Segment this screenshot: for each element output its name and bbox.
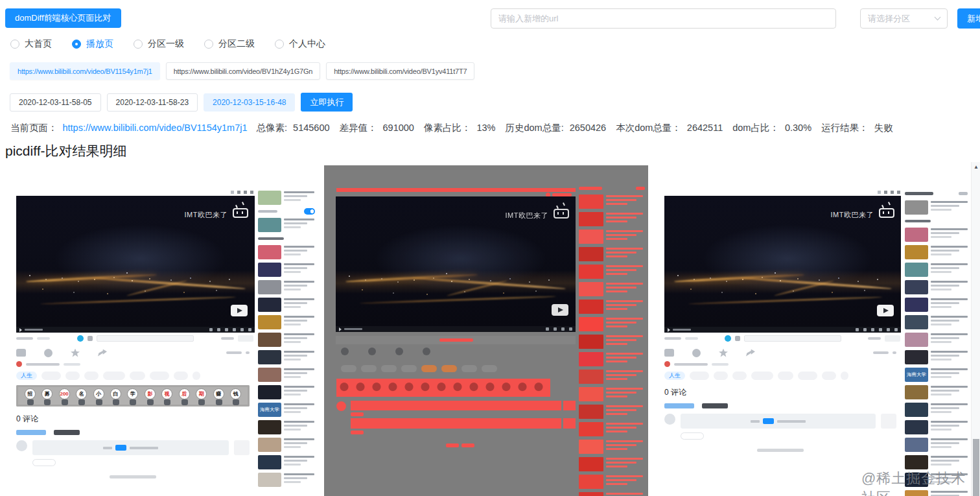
time-text-bar	[25, 329, 43, 331]
video-title-lines	[284, 438, 316, 452]
page-type-radio[interactable]: 分区二级	[204, 38, 255, 50]
comment-submit-button	[881, 414, 896, 429]
run-timestamp-tab[interactable]: 2020-12-03-15-16-48	[204, 93, 295, 112]
comments-count: 0 评论	[16, 414, 256, 425]
section-title: picdiff-比对结果明细	[5, 142, 126, 160]
diff-region-chip2	[351, 431, 364, 434]
video-title-lines	[931, 228, 970, 242]
diff-list-item	[579, 317, 645, 331]
stat-label: 运行结果：	[821, 123, 869, 133]
radio-label: 分区一级	[148, 38, 184, 50]
run-timestamp-tab[interactable]: 2020-12-03-11-58-05	[10, 93, 101, 112]
url-tab-label: https://www.bilibili.com/video/BV1hZ4y1G…	[174, 67, 313, 75]
stat-item: 总像素:5145600	[257, 122, 330, 134]
fullscreen-icon	[248, 328, 251, 331]
video-title-lines	[284, 263, 316, 277]
video-title-lines	[284, 218, 316, 232]
banner-badge: 200	[59, 388, 70, 399]
banner-badge: 视	[161, 388, 172, 399]
video-thumbnail	[905, 228, 928, 242]
diff-title-lines	[606, 300, 645, 314]
banner-badge: 募	[41, 388, 52, 399]
url-tab[interactable]: https://www.bilibili.com/video/BV1154y1m…	[10, 62, 160, 80]
video-title-lines	[931, 333, 970, 347]
related-video-item	[905, 218, 970, 224]
radio-label: 播放页	[86, 38, 113, 50]
diff-thumbnail	[579, 370, 603, 384]
page-type-radio[interactable]: 播放页	[72, 38, 113, 50]
bilibili-tv-play-icon	[231, 305, 248, 316]
app: domDiff前端核心页面比对 请选择分区 新增 大首页 播放页 分区一级	[0, 0, 980, 496]
current-screenshot: IMT欧巴来了	[658, 188, 970, 496]
video-title-lines	[284, 350, 316, 364]
stat-value: 2650426	[570, 123, 606, 133]
video-thumbnail	[905, 333, 928, 347]
diff-thumbnail	[579, 457, 603, 471]
stat-value: 5145600	[293, 123, 329, 133]
execute-button[interactable]: 立即执行	[301, 93, 353, 112]
diff-title-lines	[606, 422, 645, 436]
danmaku-input	[744, 335, 841, 342]
url-tab[interactable]: https://www.bilibili.com/video/BV1hZ4y1G…	[166, 62, 321, 80]
video-thumbnail	[258, 350, 281, 364]
video-thumbnail	[905, 263, 928, 277]
video-frame: IMT欧巴来了	[664, 196, 901, 327]
page-type-radio[interactable]: 分区一级	[134, 38, 184, 50]
danmaku-avatar-icon	[77, 335, 84, 342]
danmaku-row	[10, 333, 256, 344]
video-thumbnail	[258, 420, 281, 434]
diff-list-item	[579, 370, 645, 384]
video-title-lines	[284, 245, 316, 259]
run-timestamp-tab[interactable]: 2020-12-03-11-58-23	[107, 93, 198, 112]
video-thumbnail	[905, 438, 928, 452]
video-title-lines	[931, 263, 970, 277]
current-page-url-link[interactable]: https://www.bilibili.com/video/BV1154y1m…	[63, 123, 248, 133]
scrollbar-thumb[interactable]	[973, 439, 979, 496]
diff-region-comment-input2	[351, 418, 561, 429]
related-video-item	[905, 490, 970, 496]
baseline-screenshot: IMT欧巴来了	[10, 188, 316, 496]
comment-input	[681, 414, 876, 429]
related-video-item	[258, 263, 316, 277]
like-icon	[664, 349, 674, 357]
diff-title-lines	[606, 370, 645, 384]
highway-streak	[40, 296, 236, 305]
zone-select-placeholder: 请选择分区	[868, 13, 910, 25]
stat-item: 历史dom总量:2650426	[505, 122, 606, 134]
video-title-lines	[284, 473, 316, 487]
add-button[interactable]: 新增	[957, 8, 980, 29]
stat-label: 本次dom总量：	[616, 123, 681, 133]
radio-dot-icon	[134, 40, 143, 49]
avatar	[16, 440, 27, 451]
banner-badge: 影	[145, 388, 156, 399]
video-frame: IMT欧巴来了	[336, 196, 576, 326]
page-type-radio[interactable]: 大首页	[10, 38, 52, 50]
page-title-button[interactable]: domDiff前端核心页面比对	[5, 8, 121, 28]
favorite-icon	[719, 349, 728, 357]
comment-sort-tabs	[16, 430, 256, 435]
diff-list-item	[579, 212, 645, 226]
stat-item: 本次dom总量：2642511	[616, 122, 723, 134]
scrollbar-up-icon[interactable]: ▲	[972, 164, 980, 170]
url-tab[interactable]: https://www.bilibili.com/video/BV1yv411t…	[326, 62, 474, 80]
diff-list-item	[579, 492, 645, 496]
diff-title-lines	[606, 195, 645, 209]
tag-pill: 人生	[16, 372, 37, 380]
page-type-radio[interactable]: 个人中心	[275, 38, 325, 50]
current-page-body: IMT欧巴来了	[658, 188, 903, 452]
video-thumbnail	[258, 263, 281, 277]
diff-thumbnail	[579, 422, 603, 436]
stat-label: 像素占比：	[424, 123, 471, 133]
video-thumbnail	[258, 298, 281, 312]
related-video-item	[258, 235, 316, 242]
diff-title-lines	[606, 230, 645, 244]
zone-select[interactable]: 请选择分区	[860, 8, 948, 29]
page-scrollbar[interactable]: ▲	[971, 162, 980, 496]
login-chip	[763, 418, 774, 424]
banner-badge: 招	[25, 388, 36, 399]
related-video-list: 海南大学	[258, 191, 316, 490]
new-url-input[interactable]	[491, 8, 836, 29]
video-title-lines	[284, 191, 316, 205]
bilibili-logo-icon	[554, 209, 569, 218]
video-title-lines	[284, 315, 316, 329]
